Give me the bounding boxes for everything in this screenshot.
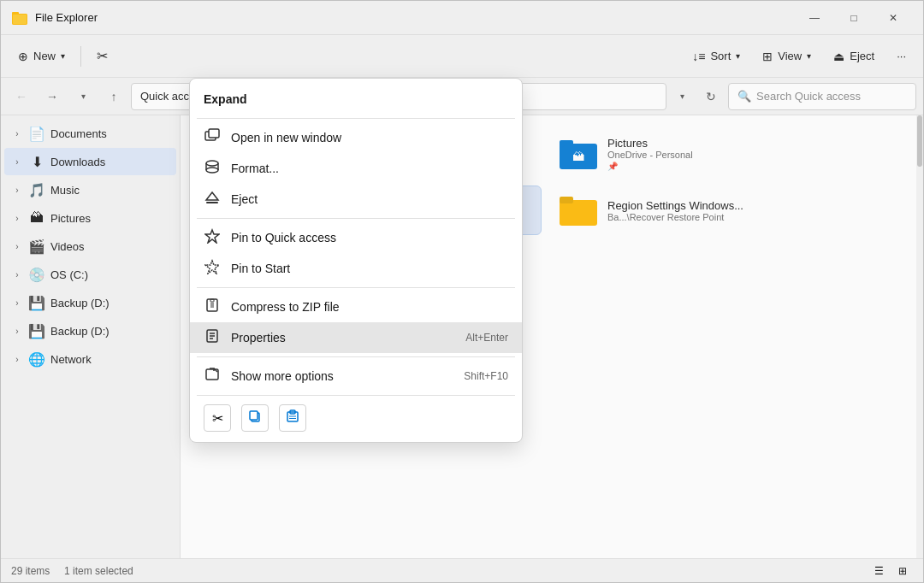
maximize-button[interactable]: □	[834, 4, 874, 32]
videos-label: Videos	[50, 240, 85, 253]
svg-rect-14	[560, 200, 597, 226]
menu-item-compress-zip[interactable]: Compress to ZIP file	[190, 292, 522, 322]
up-button[interactable]: ↑	[100, 83, 127, 110]
downloads-label: Downloads	[50, 156, 105, 168]
view-dropdown-icon: ▾	[807, 51, 811, 61]
toolbar-separator-1	[80, 46, 81, 67]
sidebar-item-backup-d1[interactable]: › 💾 Backup (D:)	[4, 289, 176, 316]
qa-item-pictures[interactable]: 🏔 ☁ Pictures OneDrive - Personal 📌	[548, 129, 896, 179]
region-info: Region Settings Windows... Ba...\Recover…	[607, 199, 886, 222]
sidebar: › 📄 Documents › ⬇ Downloads › 🎵 Music › …	[1, 115, 181, 558]
window-title: File Explorer	[35, 11, 795, 24]
backup-d1-label: Backup (D:)	[50, 297, 110, 309]
expand-arrow: ›	[11, 355, 23, 364]
expand-arrow: ›	[11, 186, 23, 195]
forward-button[interactable]: →	[38, 83, 66, 110]
sidebar-item-backup-d2[interactable]: › 💾 Backup (D:)	[4, 317, 176, 344]
status-info: 29 items 1 item selected	[11, 565, 133, 577]
search-icon: 🔍	[737, 90, 751, 103]
more-button[interactable]: ···	[886, 41, 916, 72]
minimize-button[interactable]: —	[795, 4, 834, 32]
sidebar-item-pictures[interactable]: › 🏔 Pictures	[4, 204, 176, 232]
pictures-folder-icon: 🏔 ☁	[558, 137, 599, 171]
svg-marker-24	[206, 192, 218, 200]
menu-item-open-new-window[interactable]: Open in new window	[190, 122, 522, 153]
format-icon	[204, 159, 221, 178]
menu-item-pin-start[interactable]: Pin to Start	[190, 253, 522, 284]
show-more-label: Show more options	[231, 369, 453, 383]
pin-quick-access-label: Pin to Quick access	[231, 231, 508, 244]
pin-start-label: Pin to Start	[231, 262, 508, 275]
eject-menu-label: Eject	[231, 192, 508, 206]
back-button[interactable]: ←	[8, 83, 35, 110]
menu-bottom-row: ✂	[190, 399, 522, 437]
expand-arrow: ›	[11, 242, 23, 251]
expand-arrow: ›	[11, 214, 23, 223]
svg-point-20	[206, 168, 218, 173]
network-label: Network	[50, 353, 92, 366]
expand-arrow: ›	[11, 270, 23, 280]
os-c-label: OS (C:)	[50, 268, 88, 281]
grid-view-button[interactable]: ⊞	[892, 562, 913, 580]
pictures-pin: 📌	[607, 162, 886, 171]
scissors-button[interactable]: ✂	[86, 41, 118, 72]
list-view-button[interactable]: ☰	[868, 562, 889, 580]
file-explorer-window: File Explorer — □ ✕ ⊕ New ▾ ✂ ↓≡ Sort ▾ …	[0, 0, 924, 583]
menu-separator-1	[197, 118, 515, 119]
sort-label: Sort	[710, 50, 731, 62]
status-view-controls: ☰ ⊞	[868, 562, 913, 580]
history-dropdown-button[interactable]: ▾	[69, 83, 97, 110]
svg-text:☁: ☁	[562, 139, 571, 149]
menu-item-pin-quick-access[interactable]: Pin to Quick access	[190, 222, 522, 253]
sidebar-item-network[interactable]: › 🌐 Network	[4, 345, 176, 373]
svg-rect-40	[250, 411, 258, 420]
sidebar-item-videos[interactable]: › 🎬 Videos	[4, 233, 176, 260]
sort-button[interactable]: ↓≡ Sort ▾	[682, 41, 750, 72]
scrollbar-track[interactable]	[916, 115, 923, 558]
address-dropdown-button[interactable]: ▾	[670, 83, 694, 110]
pin-quick-access-icon	[204, 228, 221, 247]
documents-icon: 📄	[28, 126, 45, 142]
eject-icon: ⏏	[833, 50, 844, 63]
menu-item-properties[interactable]: Properties Alt+Enter	[190, 322, 522, 353]
region-name: Region Settings Windows...	[607, 199, 886, 212]
close-button[interactable]: ✕	[874, 4, 913, 32]
sidebar-item-os-c[interactable]: › 💿 OS (C:)	[4, 261, 176, 288]
downloads-icon: ⬇	[28, 154, 45, 170]
search-box[interactable]: 🔍 Search Quick access	[728, 83, 916, 110]
sidebar-item-documents[interactable]: › 📄 Documents	[4, 120, 176, 147]
eject-button[interactable]: ⏏ Eject	[823, 41, 885, 72]
paste-bottom-button[interactable]	[279, 404, 306, 432]
svg-marker-27	[205, 261, 219, 274]
view-button[interactable]: ⊞ View ▾	[752, 41, 821, 72]
view-icon: ⊞	[762, 50, 773, 63]
item-count: 29 items	[11, 565, 50, 577]
backup-d2-label: Backup (D:)	[50, 325, 110, 338]
menu-item-format[interactable]: Format...	[190, 153, 522, 184]
show-more-icon	[204, 367, 221, 386]
pictures-info: Pictures OneDrive - Personal 📌	[607, 137, 886, 171]
window-controls: — □ ✕	[795, 4, 913, 32]
expand-arrow: ›	[11, 129, 23, 138]
expand-arrow: ›	[11, 298, 23, 308]
refresh-button[interactable]: ↻	[697, 83, 725, 110]
format-label: Format...	[231, 162, 508, 175]
menu-item-eject[interactable]: Eject	[190, 184, 522, 215]
properties-shortcut: Alt+Enter	[465, 332, 508, 344]
menu-separator-3	[197, 287, 515, 288]
show-more-shortcut: Shift+F10	[464, 370, 508, 382]
sort-icon: ↓≡	[692, 50, 705, 63]
sidebar-item-music[interactable]: › 🎵 Music	[4, 176, 176, 203]
os-c-icon: 💿	[28, 267, 45, 283]
sidebar-item-downloads[interactable]: › ⬇ Downloads	[4, 148, 176, 175]
new-button[interactable]: ⊕ New ▾	[8, 41, 75, 72]
svg-rect-25	[206, 202, 218, 203]
menu-item-expand-title: Expand	[190, 84, 522, 115]
menu-item-show-more[interactable]: Show more options Shift+F10	[190, 361, 522, 392]
menu-separator-2	[197, 218, 515, 219]
qa-item-region[interactable]: Region Settings Windows... Ba...\Recover…	[548, 186, 896, 235]
cut-bottom-button[interactable]: ✂	[204, 404, 231, 432]
app-icon	[11, 9, 28, 26]
copy-bottom-button[interactable]	[241, 404, 269, 432]
properties-icon	[204, 328, 221, 347]
